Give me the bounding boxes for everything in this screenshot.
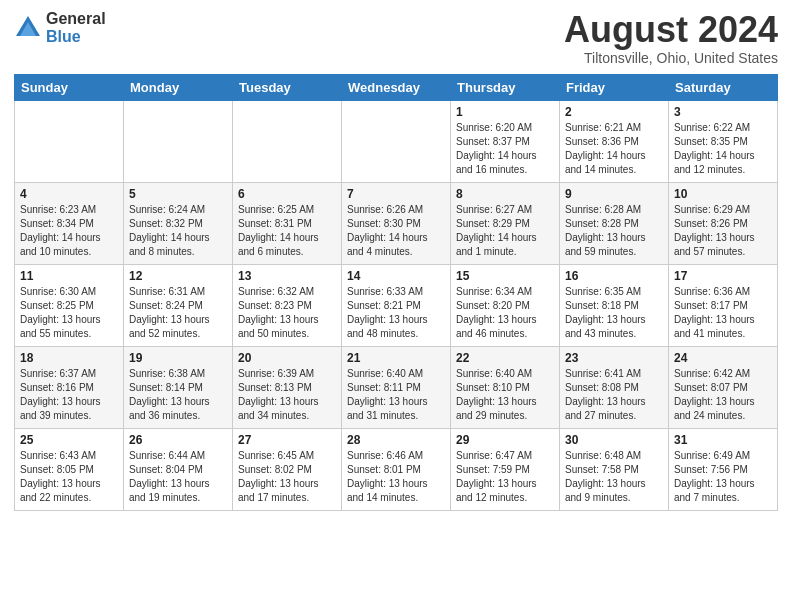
calendar-cell: 16Sunrise: 6:35 AM Sunset: 8:18 PM Dayli… — [560, 264, 669, 346]
day-info: Sunrise: 6:43 AM Sunset: 8:05 PM Dayligh… — [20, 449, 118, 505]
month-title: August 2024 — [564, 10, 778, 50]
header: General Blue August 2024 Tiltonsville, O… — [14, 10, 778, 66]
calendar-cell: 25Sunrise: 6:43 AM Sunset: 8:05 PM Dayli… — [15, 428, 124, 510]
calendar-cell — [342, 100, 451, 182]
calendar-cell: 7Sunrise: 6:26 AM Sunset: 8:30 PM Daylig… — [342, 182, 451, 264]
day-number: 27 — [238, 433, 336, 447]
day-info: Sunrise: 6:21 AM Sunset: 8:36 PM Dayligh… — [565, 121, 663, 177]
calendar-week-1: 1Sunrise: 6:20 AM Sunset: 8:37 PM Daylig… — [15, 100, 778, 182]
day-number: 11 — [20, 269, 118, 283]
calendar-cell: 6Sunrise: 6:25 AM Sunset: 8:31 PM Daylig… — [233, 182, 342, 264]
logo-icon — [14, 14, 42, 42]
col-wednesday: Wednesday — [342, 74, 451, 100]
col-tuesday: Tuesday — [233, 74, 342, 100]
day-info: Sunrise: 6:48 AM Sunset: 7:58 PM Dayligh… — [565, 449, 663, 505]
day-info: Sunrise: 6:27 AM Sunset: 8:29 PM Dayligh… — [456, 203, 554, 259]
day-number: 12 — [129, 269, 227, 283]
calendar-cell: 15Sunrise: 6:34 AM Sunset: 8:20 PM Dayli… — [451, 264, 560, 346]
day-info: Sunrise: 6:35 AM Sunset: 8:18 PM Dayligh… — [565, 285, 663, 341]
day-info: Sunrise: 6:36 AM Sunset: 8:17 PM Dayligh… — [674, 285, 772, 341]
day-info: Sunrise: 6:44 AM Sunset: 8:04 PM Dayligh… — [129, 449, 227, 505]
calendar-header: Sunday Monday Tuesday Wednesday Thursday… — [15, 74, 778, 100]
day-number: 28 — [347, 433, 445, 447]
calendar-week-2: 4Sunrise: 6:23 AM Sunset: 8:34 PM Daylig… — [15, 182, 778, 264]
calendar-cell: 17Sunrise: 6:36 AM Sunset: 8:17 PM Dayli… — [669, 264, 778, 346]
day-number: 20 — [238, 351, 336, 365]
calendar-cell: 2Sunrise: 6:21 AM Sunset: 8:36 PM Daylig… — [560, 100, 669, 182]
day-info: Sunrise: 6:30 AM Sunset: 8:25 PM Dayligh… — [20, 285, 118, 341]
logo-text: General Blue — [46, 10, 106, 45]
day-info: Sunrise: 6:37 AM Sunset: 8:16 PM Dayligh… — [20, 367, 118, 423]
col-sunday: Sunday — [15, 74, 124, 100]
day-number: 8 — [456, 187, 554, 201]
calendar-cell: 23Sunrise: 6:41 AM Sunset: 8:08 PM Dayli… — [560, 346, 669, 428]
calendar-table: Sunday Monday Tuesday Wednesday Thursday… — [14, 74, 778, 511]
calendar-cell: 14Sunrise: 6:33 AM Sunset: 8:21 PM Dayli… — [342, 264, 451, 346]
calendar-cell: 27Sunrise: 6:45 AM Sunset: 8:02 PM Dayli… — [233, 428, 342, 510]
calendar-cell — [15, 100, 124, 182]
day-info: Sunrise: 6:26 AM Sunset: 8:30 PM Dayligh… — [347, 203, 445, 259]
header-row: Sunday Monday Tuesday Wednesday Thursday… — [15, 74, 778, 100]
day-info: Sunrise: 6:40 AM Sunset: 8:10 PM Dayligh… — [456, 367, 554, 423]
calendar-cell: 30Sunrise: 6:48 AM Sunset: 7:58 PM Dayli… — [560, 428, 669, 510]
day-number: 9 — [565, 187, 663, 201]
day-number: 30 — [565, 433, 663, 447]
day-info: Sunrise: 6:33 AM Sunset: 8:21 PM Dayligh… — [347, 285, 445, 341]
day-info: Sunrise: 6:34 AM Sunset: 8:20 PM Dayligh… — [456, 285, 554, 341]
calendar-cell: 18Sunrise: 6:37 AM Sunset: 8:16 PM Dayli… — [15, 346, 124, 428]
day-info: Sunrise: 6:29 AM Sunset: 8:26 PM Dayligh… — [674, 203, 772, 259]
day-number: 3 — [674, 105, 772, 119]
calendar-cell: 21Sunrise: 6:40 AM Sunset: 8:11 PM Dayli… — [342, 346, 451, 428]
day-number: 5 — [129, 187, 227, 201]
day-number: 18 — [20, 351, 118, 365]
day-info: Sunrise: 6:41 AM Sunset: 8:08 PM Dayligh… — [565, 367, 663, 423]
day-info: Sunrise: 6:25 AM Sunset: 8:31 PM Dayligh… — [238, 203, 336, 259]
day-info: Sunrise: 6:47 AM Sunset: 7:59 PM Dayligh… — [456, 449, 554, 505]
calendar-cell: 26Sunrise: 6:44 AM Sunset: 8:04 PM Dayli… — [124, 428, 233, 510]
day-info: Sunrise: 6:40 AM Sunset: 8:11 PM Dayligh… — [347, 367, 445, 423]
calendar-cell: 13Sunrise: 6:32 AM Sunset: 8:23 PM Dayli… — [233, 264, 342, 346]
day-info: Sunrise: 6:31 AM Sunset: 8:24 PM Dayligh… — [129, 285, 227, 341]
calendar-cell: 12Sunrise: 6:31 AM Sunset: 8:24 PM Dayli… — [124, 264, 233, 346]
day-number: 13 — [238, 269, 336, 283]
calendar-cell: 1Sunrise: 6:20 AM Sunset: 8:37 PM Daylig… — [451, 100, 560, 182]
day-number: 31 — [674, 433, 772, 447]
col-saturday: Saturday — [669, 74, 778, 100]
col-friday: Friday — [560, 74, 669, 100]
title-block: August 2024 Tiltonsville, Ohio, United S… — [564, 10, 778, 66]
day-number: 16 — [565, 269, 663, 283]
calendar-cell: 11Sunrise: 6:30 AM Sunset: 8:25 PM Dayli… — [15, 264, 124, 346]
location: Tiltonsville, Ohio, United States — [564, 50, 778, 66]
calendar-cell — [233, 100, 342, 182]
calendar-cell: 20Sunrise: 6:39 AM Sunset: 8:13 PM Dayli… — [233, 346, 342, 428]
day-number: 29 — [456, 433, 554, 447]
day-info: Sunrise: 6:24 AM Sunset: 8:32 PM Dayligh… — [129, 203, 227, 259]
calendar-cell: 22Sunrise: 6:40 AM Sunset: 8:10 PM Dayli… — [451, 346, 560, 428]
day-number: 21 — [347, 351, 445, 365]
calendar-week-5: 25Sunrise: 6:43 AM Sunset: 8:05 PM Dayli… — [15, 428, 778, 510]
day-number: 24 — [674, 351, 772, 365]
day-number: 7 — [347, 187, 445, 201]
calendar-cell — [124, 100, 233, 182]
day-number: 23 — [565, 351, 663, 365]
day-number: 22 — [456, 351, 554, 365]
day-info: Sunrise: 6:46 AM Sunset: 8:01 PM Dayligh… — [347, 449, 445, 505]
day-number: 4 — [20, 187, 118, 201]
day-number: 10 — [674, 187, 772, 201]
calendar-cell: 31Sunrise: 6:49 AM Sunset: 7:56 PM Dayli… — [669, 428, 778, 510]
day-info: Sunrise: 6:39 AM Sunset: 8:13 PM Dayligh… — [238, 367, 336, 423]
calendar-week-3: 11Sunrise: 6:30 AM Sunset: 8:25 PM Dayli… — [15, 264, 778, 346]
day-number: 25 — [20, 433, 118, 447]
calendar-cell: 9Sunrise: 6:28 AM Sunset: 8:28 PM Daylig… — [560, 182, 669, 264]
day-number: 14 — [347, 269, 445, 283]
calendar-cell: 29Sunrise: 6:47 AM Sunset: 7:59 PM Dayli… — [451, 428, 560, 510]
day-info: Sunrise: 6:42 AM Sunset: 8:07 PM Dayligh… — [674, 367, 772, 423]
logo-blue-text: Blue — [46, 28, 106, 46]
day-info: Sunrise: 6:22 AM Sunset: 8:35 PM Dayligh… — [674, 121, 772, 177]
day-info: Sunrise: 6:20 AM Sunset: 8:37 PM Dayligh… — [456, 121, 554, 177]
calendar-cell: 10Sunrise: 6:29 AM Sunset: 8:26 PM Dayli… — [669, 182, 778, 264]
day-info: Sunrise: 6:45 AM Sunset: 8:02 PM Dayligh… — [238, 449, 336, 505]
day-number: 17 — [674, 269, 772, 283]
day-number: 26 — [129, 433, 227, 447]
day-info: Sunrise: 6:28 AM Sunset: 8:28 PM Dayligh… — [565, 203, 663, 259]
